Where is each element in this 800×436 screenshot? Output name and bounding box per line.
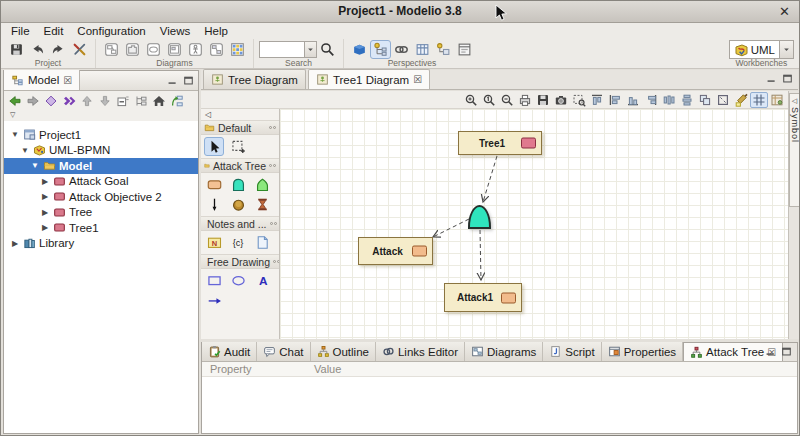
bottom-tab-links-editor[interactable]: Links Editor xyxy=(376,342,465,361)
bottom-tab-properties[interactable]: Properties xyxy=(602,342,683,361)
undo-button[interactable] xyxy=(27,40,48,59)
bottom-panel-minimize-button[interactable] xyxy=(765,346,776,357)
diagram-package-button[interactable] xyxy=(122,40,143,59)
nav-forward-button[interactable] xyxy=(24,92,41,109)
ellipse-tool[interactable] xyxy=(228,271,248,290)
model-panel-minimize-button[interactable] xyxy=(167,75,178,86)
bottom-tab-diagrams[interactable]: Diagrams xyxy=(465,342,543,361)
tree-item-model[interactable]: ▼Model xyxy=(4,158,198,174)
window-close-button[interactable]: ✕ xyxy=(779,1,790,22)
perspective-hierarchy-button[interactable] xyxy=(433,40,454,59)
zoom-out-button[interactable] xyxy=(498,92,516,108)
menu-configuration[interactable]: Configuration xyxy=(70,23,152,39)
align-bottom-button[interactable] xyxy=(624,92,642,108)
nav-back-button[interactable] xyxy=(6,92,23,109)
collapse-arrow-icon[interactable]: ▼ xyxy=(20,146,30,155)
tree-item-library[interactable]: ▶Library xyxy=(4,236,198,252)
diagram-matrix-button[interactable] xyxy=(227,40,248,59)
related-forward-button[interactable] xyxy=(60,92,77,109)
distribute-h-button[interactable] xyxy=(660,92,678,108)
bottom-tab-chat[interactable]: Chat xyxy=(257,342,310,361)
text-tool[interactable]: A xyxy=(252,271,272,290)
diagram-usecase-button[interactable] xyxy=(143,40,164,59)
symbol-view-tab[interactable]: ◁ Symbol xyxy=(789,93,799,207)
note-tool[interactable]: N xyxy=(204,233,224,252)
hourglass-tool[interactable] xyxy=(252,195,272,214)
workbench-selector[interactable]: UML xyxy=(729,40,780,59)
tree-item-uml-bpmn[interactable]: ▼UML-BPMN xyxy=(4,143,198,159)
perspective-table-button[interactable] xyxy=(412,40,433,59)
bottom-tab-script[interactable]: Script xyxy=(543,342,601,361)
editor-panel-minimize-button[interactable] xyxy=(766,73,777,84)
palette-collapse-button[interactable]: ◁ xyxy=(201,109,279,120)
select-tool[interactable] xyxy=(204,137,224,156)
expand-arrow-icon[interactable]: ▶ xyxy=(40,223,50,232)
expand-arrow-icon[interactable]: ▶ xyxy=(40,192,50,201)
marquee-tool[interactable] xyxy=(228,137,248,156)
print-button[interactable] xyxy=(516,92,534,108)
bottom-tab-outline[interactable]: Outline xyxy=(311,342,376,361)
diagram-canvas[interactable]: Tree1AttackAttack1 xyxy=(280,109,789,339)
same-size-button[interactable] xyxy=(696,92,714,108)
diagram-composite-button[interactable] xyxy=(164,40,185,59)
editor-panel-maximize-button[interactable] xyxy=(782,73,793,84)
palette-pin-icon[interactable] xyxy=(270,222,277,225)
palette-group-attack-tree[interactable]: Attack Tree xyxy=(201,158,279,173)
view-menu-button[interactable]: ▽ xyxy=(4,110,198,121)
collapse-arrow-icon[interactable]: ▼ xyxy=(30,161,40,170)
search-button[interactable] xyxy=(317,40,338,59)
perspective-tree-button[interactable] xyxy=(370,40,391,59)
menu-edit[interactable]: Edit xyxy=(37,23,71,39)
menu-help[interactable]: Help xyxy=(197,23,235,39)
connector-tool[interactable] xyxy=(204,195,224,214)
align-right-button[interactable] xyxy=(642,92,660,108)
bottom-panel-maximize-button[interactable] xyxy=(781,346,792,357)
diagram-actor-button[interactable] xyxy=(185,40,206,59)
tree-item-tree1[interactable]: ▶Tree1 xyxy=(4,220,198,236)
workbench-dropdown-button[interactable] xyxy=(780,40,794,59)
zoom-100-button[interactable] xyxy=(480,92,498,108)
search-input[interactable] xyxy=(259,41,305,58)
rectangle-tool[interactable] xyxy=(204,271,224,290)
search-history-dropdown[interactable] xyxy=(305,41,317,58)
align-top-button[interactable] xyxy=(588,92,606,108)
show-grid-button[interactable] xyxy=(750,92,768,108)
format-painter-button[interactable] xyxy=(732,92,750,108)
tree-item-project1[interactable]: ▼Project1 xyxy=(4,127,198,143)
bottom-tab-audit[interactable]: Audit xyxy=(202,342,257,361)
snapshot-button[interactable] xyxy=(552,92,570,108)
tree-item-attack-objective-2[interactable]: ▶Attack Objective 2 xyxy=(4,189,198,205)
editor-tab-close-icon[interactable]: ☒ xyxy=(413,74,422,85)
collapse-all-button[interactable] xyxy=(114,92,131,109)
node-tree1[interactable]: Tree1 xyxy=(458,131,542,155)
tree-item-attack-goal[interactable]: ▶Attack Goal xyxy=(4,174,198,190)
model-tab-close-icon[interactable]: ☒ xyxy=(63,75,72,86)
operator-tool[interactable] xyxy=(228,195,248,214)
line-tool[interactable] xyxy=(204,291,224,310)
expand-arrow-icon[interactable]: ▶ xyxy=(40,177,50,186)
home-button[interactable] xyxy=(150,92,167,109)
and-gate-tool[interactable] xyxy=(228,175,248,194)
or-gate-tool[interactable] xyxy=(252,175,272,194)
save-button[interactable] xyxy=(6,40,27,59)
editor-tab-tree1-diagram[interactable]: Tree1 Diagram☒ xyxy=(308,69,430,89)
expand-arrow-icon[interactable]: ▶ xyxy=(10,239,20,248)
tab-model[interactable]: Model ☒ xyxy=(4,70,80,90)
menu-file[interactable]: File xyxy=(4,23,37,39)
palette-group-default[interactable]: Default xyxy=(201,120,279,135)
constraint-tool[interactable]: {c} xyxy=(228,233,248,252)
page-setup-button[interactable] xyxy=(768,92,786,108)
perspective-model-button[interactable] xyxy=(349,40,370,59)
tree-item-tree[interactable]: ▶Tree xyxy=(4,205,198,221)
move-up-button[interactable] xyxy=(78,92,95,109)
menu-views[interactable]: Views xyxy=(153,23,197,39)
configure-button[interactable] xyxy=(69,40,90,59)
palette-group-notes-and[interactable]: Notes and ... xyxy=(201,216,279,231)
node-attack1[interactable]: Attack1 xyxy=(444,283,522,312)
model-panel-maximize-button[interactable] xyxy=(183,75,194,86)
perspective-dialog-button[interactable] xyxy=(454,40,475,59)
node-attack[interactable]: Attack xyxy=(358,237,433,265)
zoom-in-button[interactable] xyxy=(462,92,480,108)
refresh-tree-button[interactable] xyxy=(168,92,185,109)
document-tool[interactable] xyxy=(252,233,272,252)
